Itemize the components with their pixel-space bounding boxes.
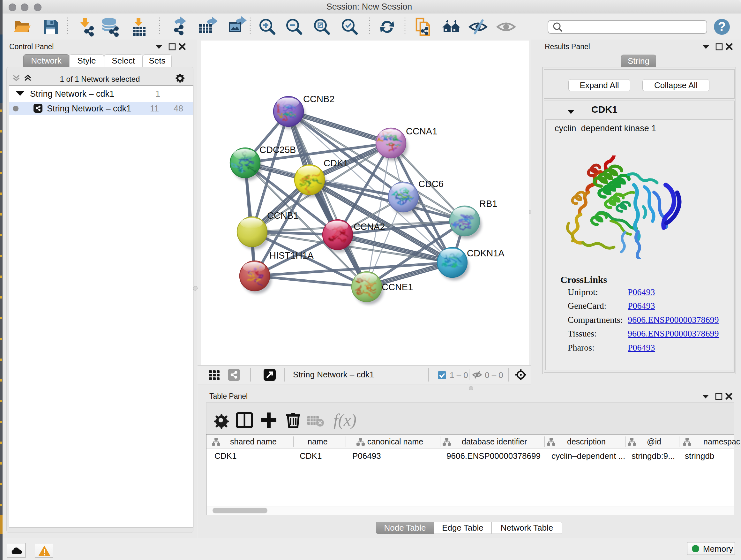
svg-text:CCNB1: CCNB1 bbox=[267, 210, 298, 221]
svg-text:?: ? bbox=[718, 19, 726, 34]
svg-text:CCNE1: CCNE1 bbox=[382, 282, 413, 292]
svg-text:CCNA1: CCNA1 bbox=[406, 126, 437, 136]
svg-text:CCNB2: CCNB2 bbox=[303, 94, 334, 104]
svg-text:CDKN1A: CDKN1A bbox=[467, 248, 504, 258]
svg-text:HIST1H1A: HIST1H1A bbox=[269, 250, 314, 260]
svg-text:RB1: RB1 bbox=[479, 199, 497, 209]
svg-text:CDK1: CDK1 bbox=[324, 158, 348, 168]
svg-text:0 – 0: 0 – 0 bbox=[485, 370, 503, 380]
svg-text:f(x): f(x) bbox=[333, 411, 356, 429]
svg-text:CDC6: CDC6 bbox=[418, 179, 444, 189]
svg-text:1 – 0: 1 – 0 bbox=[450, 370, 468, 380]
svg-text:CCNA2: CCNA2 bbox=[354, 222, 385, 232]
svg-text:CDC25B: CDC25B bbox=[259, 145, 296, 155]
